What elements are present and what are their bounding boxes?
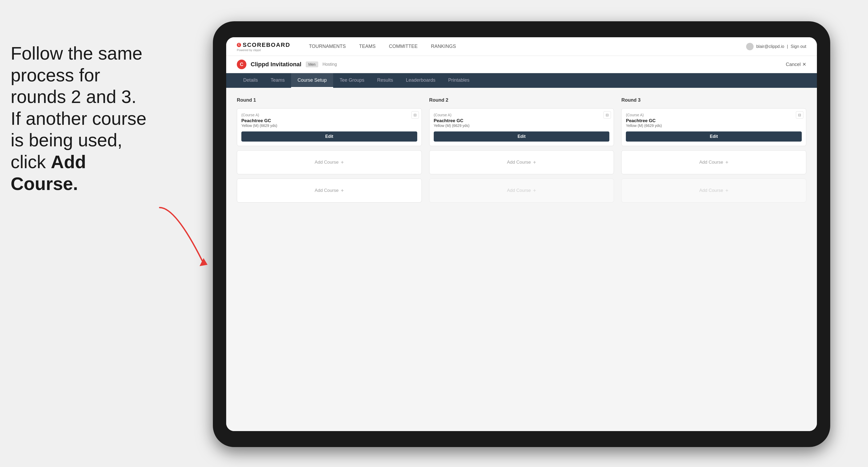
round-1-title: Round 1 [237,97,422,103]
round-3-course-name: Peachtree GC [626,118,802,123]
tab-course-setup[interactable]: Course Setup [291,73,333,88]
round-1-extra-plus-icon: + [341,188,344,194]
round-1-add-course-label: Add Course [315,160,339,165]
round-3-course-label: (Course A) [626,113,802,117]
instruction-line4: If another course [11,108,146,128]
round-2-edit-button[interactable]: Edit [434,131,610,142]
tablet-screen: C SCOREBOARD Powered by clippd TOURNAMEN… [226,37,817,431]
nav-teams[interactable]: TEAMS [359,44,376,49]
instruction-line2: process for [11,65,100,85]
round-2-column: Round 2 ⊟ (Course A) Peachtree GC Yellow… [429,97,614,203]
sign-out-link[interactable]: Sign out [790,44,806,49]
round-2-extra-add-course-button: Add Course + [429,179,614,203]
user-avatar [746,43,753,50]
instruction-line3: rounds 2 and 3. [11,87,136,107]
round-2-add-course-label: Add Course [507,160,531,165]
round-3-extra-add-course-button: Add Course + [621,179,806,203]
round-2-course-label: (Course A) [434,113,610,117]
round-1-add-course-button[interactable]: Add Course + [237,150,422,174]
round-2-title: Round 2 [429,97,614,103]
round-1-extra-add-label: Add Course [315,188,339,193]
round-3-add-course-label: Add Course [699,160,723,165]
cancel-label: Cancel [786,62,801,67]
round-1-column: Round 1 ⊟ (Course A) Peachtree GC Yellow… [237,97,422,203]
round-2-extra-add-label: Add Course [507,188,531,193]
round-3-extra-plus-icon: + [725,188,728,194]
round-2-add-plus-icon: + [533,159,536,165]
round-3-edit-button[interactable]: Edit [626,131,802,142]
instruction-block: Follow the same process for rounds 2 and… [0,42,165,194]
main-content: Round 1 ⊟ (Course A) Peachtree GC Yellow… [226,88,817,431]
round-2-course-card: ⊟ (Course A) Peachtree GC Yellow (M) (66… [429,108,614,146]
rounds-grid: Round 1 ⊟ (Course A) Peachtree GC Yellow… [237,97,806,203]
round-1-course-label: (Course A) [241,113,417,117]
round-1-add-plus-icon: + [341,159,344,165]
tab-bar: Details Teams Course Setup Tee Groups Re… [226,73,817,88]
round-2-add-course-button[interactable]: Add Course + [429,150,614,174]
tab-leaderboards[interactable]: Leaderboards [399,73,442,88]
round-3-course-detail: Yellow (M) (6629 yds) [626,123,802,128]
user-email: blair@clippd.io [756,44,784,49]
tournament-header: C Clippd Invitational Men Hosting Cancel… [226,56,817,73]
nav-committee[interactable]: COMMITTEE [389,44,418,49]
round-3-add-course-button[interactable]: Add Course + [621,150,806,174]
nav-rankings[interactable]: RANKINGS [431,44,456,49]
round-2-course-name: Peachtree GC [434,118,610,123]
round-1-course-card: ⊟ (Course A) Peachtree GC Yellow (M) (66… [237,108,422,146]
instruction-line1: Follow the same [11,43,142,63]
round-3-course-card: ⊟ (Course A) Peachtree GC Yellow (M) (66… [621,108,806,146]
tournament-logo-icon: C [237,60,246,69]
tournament-badge: Men [306,61,318,67]
round-1-delete-button[interactable]: ⊟ [411,111,419,119]
nav-user-info: blair@clippd.io | Sign out [746,43,806,50]
tab-results[interactable]: Results [371,73,399,88]
round-3-column: Round 3 ⊟ (Course A) Peachtree GC Yellow… [621,97,806,203]
instruction-line5: is being used, [11,130,122,150]
top-nav: C SCOREBOARD Powered by clippd TOURNAMEN… [226,37,817,56]
tablet-device: C SCOREBOARD Powered by clippd TOURNAMEN… [213,21,830,447]
instruction-line6-prefix: click [11,152,51,172]
svg-marker-0 [199,258,208,266]
cancel-button[interactable]: Cancel ✕ [786,61,806,67]
round-3-title: Round 3 [621,97,806,103]
tournament-hosting: Hosting [322,62,337,67]
round-2-course-detail: Yellow (M) (6629 yds) [434,123,610,128]
round-2-extra-plus-icon: + [533,188,536,194]
tournament-name: Clippd Invitational [251,61,302,68]
logo-title: SCOREBOARD [243,41,290,49]
logo-subtitle: Powered by clippd [237,49,290,52]
logo-c-icon: C [237,43,241,47]
round-2-delete-button[interactable]: ⊟ [603,111,611,119]
round-3-extra-add-label: Add Course [699,188,723,193]
round-1-extra-add-course-button[interactable]: Add Course + [237,179,422,203]
tab-printables[interactable]: Printables [442,73,476,88]
tab-tee-groups[interactable]: Tee Groups [333,73,371,88]
round-1-course-detail: Yellow (M) (6629 yds) [241,123,417,128]
round-3-delete-button[interactable]: ⊟ [796,111,803,119]
tab-teams[interactable]: Teams [264,73,291,88]
round-3-add-plus-icon: + [725,159,728,165]
round-1-edit-button[interactable]: Edit [241,131,417,142]
scoreboard-logo: C SCOREBOARD Powered by clippd [237,41,290,52]
nav-tournaments[interactable]: TOURNAMENTS [309,44,346,49]
tab-details[interactable]: Details [237,73,264,88]
nav-separator: | [787,44,788,49]
close-icon: ✕ [802,61,806,67]
round-1-course-name: Peachtree GC [241,118,417,123]
